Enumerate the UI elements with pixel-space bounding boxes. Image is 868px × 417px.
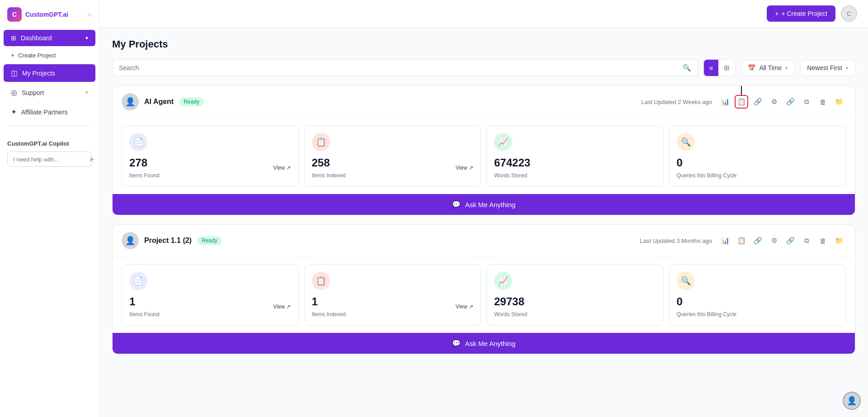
stat-label: Queries this Billing Cycle: [677, 311, 737, 317]
settings-button[interactable]: ⚙: [767, 234, 781, 247]
stat-bottom: 1 Items Indexed View ↗: [312, 295, 474, 318]
stat-bottom: 0 Queries this Billing Cycle: [677, 295, 839, 318]
support-label: Support: [22, 89, 44, 96]
project-meta-area: Last Updated 3 Months ago 📊 📋 🔗 ⚙ 🔗 ⧉ 🗑 …: [640, 234, 846, 247]
plus-icon: +: [11, 52, 14, 59]
copy-button[interactable]: ⧉: [800, 234, 813, 247]
stat-bottom: 278 Items Found View ↗: [129, 156, 291, 179]
stat-number: 0: [677, 156, 737, 169]
analytics-button[interactable]: 📊: [718, 95, 732, 109]
create-project-button[interactable]: + + Create Project: [767, 5, 835, 22]
sidebar-item-my-projects[interactable]: ◫ My Projects: [4, 64, 95, 82]
items-indexed-icon: 📋: [312, 272, 330, 290]
stat-number: 258: [312, 156, 346, 169]
send-icon[interactable]: ➤: [89, 156, 94, 163]
view-link[interactable]: View ↗: [456, 303, 473, 310]
project-card-project-1-1: 👤 Project 1.1 (2) Ready Last Updated 3 M…: [112, 224, 855, 354]
words-stored-icon: 📈: [494, 133, 512, 151]
queries-icon: 🔍: [677, 133, 695, 151]
trash-button[interactable]: 🗑: [816, 234, 830, 247]
status-badge: Ready: [197, 236, 222, 245]
all-time-filter[interactable]: 📅 All Time ▾: [741, 60, 795, 76]
copy-button[interactable]: ⧉: [800, 95, 813, 109]
share-button[interactable]: 🔗: [783, 95, 797, 109]
pages-button[interactable]: 📋: [735, 234, 748, 247]
archive-button[interactable]: 📁: [832, 95, 846, 109]
main-content: + + Create Project C My Projects 🔍 ≡ ⊞ 📅…: [99, 0, 868, 417]
plus-icon: +: [775, 10, 778, 17]
view-toggles: ≡ ⊞: [703, 59, 736, 76]
chevron-down-icon: ▾: [846, 65, 849, 71]
logo-icon: C: [7, 7, 22, 22]
analytics-button[interactable]: 📊: [718, 234, 732, 247]
copilot-section: CustomGPT.ai Copilot ➤: [0, 133, 99, 174]
stat-number: 0: [677, 295, 737, 308]
sidebar-item-dashboard[interactable]: ⊞ Dashboard ▾: [4, 30, 95, 46]
view-link[interactable]: View ↗: [273, 165, 291, 171]
settings-button[interactable]: ⚙: [767, 95, 781, 109]
chat-icon: 💬: [452, 200, 461, 208]
stat-card-queries: 🔍 0 Queries this Billing Cycle: [669, 125, 846, 187]
sidebar-item-affiliate[interactable]: ✦ Affiliate Partners: [4, 103, 95, 121]
list-view-button[interactable]: ≡: [704, 60, 719, 76]
user-profile-avatar[interactable]: 👤: [843, 392, 861, 410]
sidebar-item-create-project[interactable]: + Create Project: [4, 48, 95, 62]
ask-btn-label: Ask Me Anything: [465, 340, 516, 347]
sidebar-item-support[interactable]: ◎ Support ▾: [4, 84, 95, 101]
sort-label: Newest First: [807, 64, 842, 71]
chat-icon: 💬: [452, 339, 461, 347]
project-name: Project 1.1 (2): [144, 237, 192, 245]
project-card-header: 👤 AI Agent Ready Last Updated 2 Weeks ag…: [113, 86, 855, 118]
stat-card-items-indexed: 📋 258 Items Indexed View ↗: [304, 125, 481, 187]
projects-icon: ◫: [11, 69, 18, 77]
project-card-header: 👤 Project 1.1 (2) Ready Last Updated 3 M…: [113, 225, 855, 257]
chevron-down-icon: ▾: [785, 65, 788, 71]
logo-area: C CustomGPT.ai ○: [0, 7, 99, 29]
link-button[interactable]: 🔗: [751, 234, 764, 247]
support-chevron-icon: ▾: [85, 90, 88, 95]
stat-label: Words Stored: [494, 311, 527, 317]
project-meta-area: Last Updated 2 Weeks ago 📊 📋 🔗 ⚙ �: [641, 95, 846, 109]
all-time-label: All Time: [759, 64, 782, 71]
words-stored-icon: 📈: [494, 272, 512, 290]
view-link[interactable]: View ↗: [273, 303, 291, 310]
copilot-input-wrap[interactable]: ➤: [7, 152, 92, 167]
queries-icon: 🔍: [677, 272, 695, 290]
project-card-actions: 📊 📋 🔗 ⚙ 🔗 ⧉ 🗑 📁: [718, 95, 846, 109]
create-project-label: Create Project: [18, 52, 56, 59]
sidebar-dashboard-label: Dashboard: [21, 34, 52, 42]
view-link[interactable]: View ↗: [456, 165, 473, 171]
user-avatar[interactable]: C: [841, 5, 857, 22]
search-input[interactable]: [119, 64, 679, 71]
stat-label: Items Found: [129, 172, 160, 179]
grid-view-button[interactable]: ⊞: [718, 60, 735, 76]
project-title-area: 👤 AI Agent Ready: [122, 93, 204, 110]
sort-filter[interactable]: Newest First ▾: [800, 60, 855, 76]
link-button[interactable]: 🔗: [751, 95, 764, 109]
project-avatar: 👤: [122, 232, 139, 249]
archive-button[interactable]: 📁: [832, 234, 846, 247]
dashboard-icon: ⊞: [11, 34, 16, 42]
pages-button[interactable]: 📋: [735, 95, 748, 109]
stat-card-items-indexed: 📋 1 Items Indexed View ↗: [304, 264, 481, 326]
search-wrap[interactable]: 🔍: [112, 59, 698, 76]
items-found-icon: 📄: [129, 133, 147, 151]
affiliate-label: Affiliate Partners: [21, 109, 67, 116]
stat-label: Items Indexed: [312, 311, 346, 317]
status-badge: Ready: [179, 97, 204, 106]
arrow-annotation: [739, 85, 744, 95]
notification-bell-icon[interactable]: ○: [87, 10, 92, 19]
stat-bottom: 0 Queries this Billing Cycle: [677, 156, 839, 179]
items-found-icon: 📄: [129, 272, 147, 290]
stat-number: 674223: [494, 156, 530, 169]
stat-label: Queries this Billing Cycle: [677, 172, 737, 179]
affiliate-icon: ✦: [11, 108, 17, 116]
ask-me-anything-button-2[interactable]: 💬 Ask Me Anything: [113, 333, 855, 354]
stat-bottom: 258 Items Indexed View ↗: [312, 156, 474, 179]
ask-me-anything-button[interactable]: 💬 Ask Me Anything: [113, 194, 855, 215]
copilot-input[interactable]: [13, 156, 89, 163]
stat-card-words-stored: 📈 29738 Words Stored: [486, 264, 664, 326]
share-button[interactable]: 🔗: [783, 234, 797, 247]
trash-button[interactable]: 🗑: [816, 95, 830, 109]
last-updated: Last Updated 2 Weeks ago: [641, 99, 712, 105]
